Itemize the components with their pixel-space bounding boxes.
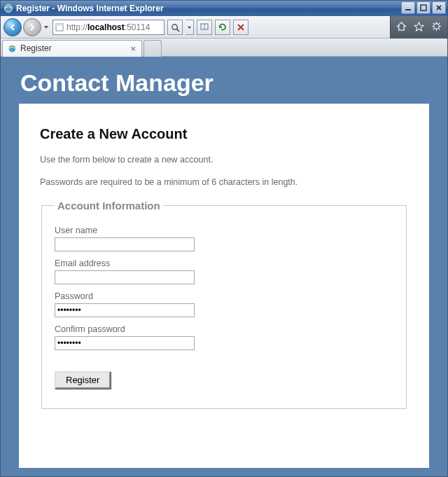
- email-row: Email address: [55, 258, 393, 284]
- password-row: Password: [55, 291, 393, 317]
- username-input[interactable]: [55, 237, 195, 251]
- page-icon: [55, 22, 64, 32]
- url-host: localhost: [88, 22, 125, 32]
- forward-button[interactable]: [23, 18, 41, 36]
- svg-line-14: [439, 28, 440, 29]
- window-controls: [401, 1, 446, 14]
- username-row: User name: [55, 226, 393, 251]
- browser-window: Register - Windows Internet Explorer: [0, 0, 448, 477]
- home-icon[interactable]: [396, 21, 407, 34]
- svg-rect-3: [56, 24, 63, 31]
- tab-close-button[interactable]: ×: [129, 43, 137, 54]
- maximize-button[interactable]: [416, 1, 430, 14]
- tools-icon[interactable]: [431, 21, 442, 34]
- svg-rect-2: [421, 5, 426, 11]
- navigation-toolbar: http://localhost:50114: [1, 16, 447, 39]
- ie-tab-icon: [7, 43, 17, 53]
- compat-view-button[interactable]: [197, 20, 212, 35]
- svg-rect-1: [405, 9, 411, 11]
- minimize-button[interactable]: [401, 1, 415, 14]
- svg-line-16: [439, 22, 440, 23]
- svg-line-6: [176, 29, 179, 32]
- svg-line-13: [433, 22, 434, 23]
- page-viewport: Contact Manager Create a New Account Use…: [1, 57, 447, 476]
- nav-history-dropdown[interactable]: [43, 19, 50, 36]
- command-bar: [390, 16, 447, 39]
- site-header: Contact Manager: [1, 57, 447, 104]
- page-body: Contact Manager Create a New Account Use…: [1, 57, 447, 468]
- svg-point-8: [434, 23, 440, 29]
- tab-label: Register: [20, 43, 52, 53]
- ie-logo-icon: [4, 4, 13, 13]
- confirm-password-row: Confirm password: [55, 324, 393, 350]
- password-label: Password: [55, 291, 393, 301]
- site-title: Contact Manager: [20, 69, 433, 97]
- tab-register[interactable]: Register ×: [2, 40, 142, 57]
- url-scheme: http://: [66, 22, 88, 32]
- window-title: Register - Windows Internet Explorer: [16, 4, 164, 13]
- register-button[interactable]: Register: [55, 371, 111, 389]
- address-bar[interactable]: http://localhost:50114: [52, 20, 164, 35]
- back-button[interactable]: [4, 18, 22, 36]
- nav-back-forward: [4, 18, 50, 36]
- confirm-password-label: Confirm password: [55, 324, 393, 334]
- url-port: :50114: [125, 22, 150, 32]
- password-input[interactable]: [55, 303, 195, 317]
- stop-button[interactable]: [233, 20, 248, 35]
- svg-point-0: [5, 5, 13, 13]
- intro-text-1: Use the form below to create a new accou…: [40, 155, 408, 165]
- submit-row: Register: [55, 371, 393, 389]
- email-label: Email address: [55, 258, 393, 268]
- refresh-button[interactable]: [215, 20, 230, 35]
- close-button[interactable]: [432, 1, 446, 14]
- svg-rect-4: [56, 24, 63, 26]
- search-button[interactable]: [167, 20, 183, 35]
- svg-rect-7: [201, 24, 208, 29]
- new-tab-button[interactable]: [144, 40, 162, 57]
- confirm-password-input[interactable]: [55, 336, 195, 350]
- svg-point-17: [8, 45, 15, 52]
- tab-strip: Register ×: [1, 39, 447, 57]
- account-information-fieldset: Account Information User name Email addr…: [41, 200, 407, 409]
- intro-text-2: Passwords are required to be a minimum o…: [40, 177, 408, 187]
- favorites-icon[interactable]: [414, 21, 424, 34]
- svg-line-15: [433, 28, 434, 29]
- svg-point-5: [172, 24, 176, 29]
- page-heading: Create a New Account: [40, 126, 408, 142]
- content-card: Create a New Account Use the form below …: [19, 104, 429, 468]
- address-url: http://localhost:50114: [66, 22, 150, 32]
- search-dropdown[interactable]: [186, 20, 194, 35]
- username-label: User name: [55, 226, 393, 235]
- fieldset-legend: Account Information: [55, 200, 163, 212]
- window-titlebar: Register - Windows Internet Explorer: [1, 1, 447, 16]
- email-input[interactable]: [55, 270, 195, 284]
